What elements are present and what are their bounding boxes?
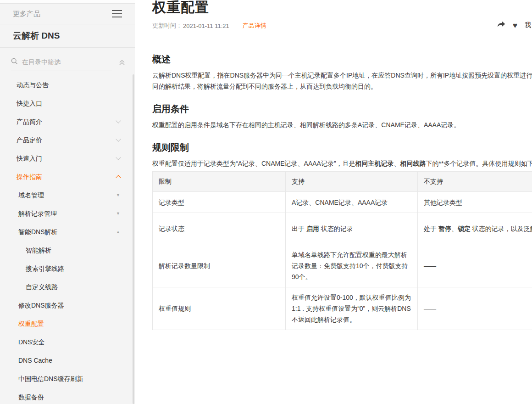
cell-limit: 解析记录数量限制 [153, 244, 286, 287]
sidebar-item-quick-start[interactable]: 快速入门 [0, 149, 135, 168]
sidebar-item-label: 数据备份 [18, 388, 44, 404]
triangle-down-icon: ▼ [116, 204, 120, 223]
sidebar-item-product-pricing[interactable]: 产品定价 [0, 131, 135, 149]
table-header-row: 限制 支持 不支持 [153, 172, 532, 192]
page-title: 权重配置 [152, 0, 532, 16]
text-segment: 锁定 [458, 225, 471, 232]
search-icon [11, 58, 18, 67]
cell-limit: 记录类型 [153, 192, 286, 213]
sidebar: 更多产品 云解析 DNS 在目录中筛选 动态与公告快捷入口产品简介产品定价快速入… [0, 0, 135, 404]
text-segment: 状态的记录 [319, 225, 353, 232]
sidebar-scrollbar[interactable] [133, 74, 134, 404]
meta-divider [236, 23, 236, 29]
sidebar-item-label: 产品简介 [17, 112, 42, 131]
sidebar-item-weight-config[interactable]: 权重配置 [0, 314, 135, 333]
article-meta: 更新时间： 2021-01-11 11:21 产品详情 ♥ 我 [152, 21, 532, 30]
more-products-link[interactable]: 更多产品 [13, 10, 40, 18]
cell-limit: 权重值规则 [153, 287, 286, 330]
sidebar-item-label: 中国电信DNS缓存刷新 [18, 370, 83, 388]
cell-unsupported: —— [418, 244, 532, 287]
chevron-down-icon [116, 155, 121, 160]
sidebar-item-label: 搜索引擎线路 [26, 259, 64, 278]
sidebar-item-user-guide[interactable]: 操作指南 [0, 168, 135, 186]
hamburger-menu-icon[interactable] [112, 10, 122, 17]
favorite-text[interactable]: 我 [525, 21, 531, 29]
sidebar-item-quick-entry[interactable]: 快捷入口 [0, 94, 135, 112]
cell-limit: 记录状态 [153, 213, 286, 244]
chevron-down-icon [116, 118, 121, 123]
rule-limits-paragraph: 权重配置仅适用于记录类型为“A记录、CNAME记录、AAAA记录”，且是相同主机… [152, 158, 532, 169]
sidebar-item-label: 操作指南 [17, 168, 42, 186]
column-header-supported: 支持 [286, 172, 418, 192]
text-segment: 下的**多个记录值。具体使用规则如下 [426, 160, 532, 167]
sidebar-item-dns-cache[interactable]: DNS Cache [0, 351, 135, 370]
sidebar-item-label: 权重配置 [18, 314, 44, 333]
sidebar-item-label: DNS安全 [18, 333, 45, 351]
chevron-up-icon [116, 175, 121, 180]
sidebar-item-search-engine-lines[interactable]: 搜索引擎线路 [0, 259, 135, 278]
rules-table: 限制 支持 不支持 记录类型A记录、CNAME记录、AAAA记录其他记录类型记录… [152, 171, 532, 330]
sidebar-item-custom-lines[interactable]: 自定义线路 [0, 278, 135, 296]
table-row: 记录状态出于 启用 状态的记录处于 暂停、锁定 状态的记录，以及泛解析记录 [153, 213, 532, 244]
text-segment: 相同线路 [400, 160, 426, 167]
text-segment: 其他记录类型 [424, 199, 462, 206]
triangle-down-icon: ▼ [116, 186, 120, 204]
rule-limits-heading: 规则限制 [152, 141, 532, 153]
favorite-heart-icon[interactable]: ♥ [513, 22, 517, 29]
enable-conditions-paragraph: 权重配置的启用条件是域名下存在相同的主机记录、相同解析线路的多条A记录、CNAM… [152, 119, 532, 130]
sidebar-search-row: 在目录中筛选 [0, 48, 135, 71]
text-segment: A记录、CNAME记录、AAAA记录 [292, 199, 388, 206]
sidebar-item-record-management[interactable]: 解析记录管理▼ [0, 204, 135, 223]
text-segment: 暂停 [438, 225, 451, 232]
sidebar-top-strip [0, 0, 135, 3]
sidebar-item-dns-security[interactable]: DNS安全 [0, 333, 135, 351]
cell-unsupported: 其他记录类型 [418, 192, 532, 213]
sidebar-item-label: 域名管理 [18, 186, 44, 204]
table-row: 解析记录数量限制单域名单线路下允许配置权重的最大解析记录数量：免费版支持10个，… [153, 244, 532, 287]
sidebar-item-label: 快捷入口 [17, 94, 42, 112]
overview-line-1: 云解析DNS权重配置，指在DNS服务器中为同一个主机记录配置多个IP地址，在应答… [152, 70, 532, 81]
sidebar-item-label: 自定义线路 [26, 278, 58, 296]
sidebar-item-domain-management[interactable]: 域名管理▼ [0, 186, 135, 204]
triangle-up-icon: ▲ [116, 223, 120, 241]
search-placeholder: 在目录中筛选 [22, 58, 61, 67]
sidebar-item-label: 智能DNS解析 [18, 223, 58, 241]
share-icon[interactable] [497, 21, 505, 29]
cell-supported: 单域名单线路下允许配置权重的最大解析记录数量：免费版支持10个，付费版支持90个… [286, 244, 418, 287]
text-segment: 相同主机记录 [355, 160, 394, 167]
overview-line-2: 同的解析结果，将解析流量分配到不同的服务器上，从而达到负载均衡的目的。 [152, 81, 532, 92]
text-segment: 处于 [424, 225, 438, 232]
overview-paragraph: 云解析DNS权重配置，指在DNS服务器中为同一个主机记录配置多个IP地址，在应答… [152, 70, 532, 92]
text-segment: 启用 [306, 225, 319, 232]
collapse-all-icon[interactable] [118, 59, 126, 71]
chevron-down-icon [116, 136, 121, 141]
cell-supported: 权重值允许设置0-100，默认权重值比例为1:1 . 支持权重值设置为“0”，则… [286, 287, 418, 330]
sidebar-item-product-intro[interactable]: 产品简介 [0, 112, 135, 131]
search-input[interactable]: 在目录中筛选 [11, 58, 112, 71]
text-segment: 单域名单线路下允许配置权重的最大解析记录数量：免费版支持10个，付费版支持90个… [292, 251, 408, 281]
sidebar-item-label: 产品定价 [17, 131, 42, 149]
cell-unsupported: —— [418, 287, 532, 330]
text-segment: 权重值允许设置0-100，默认权重值比例为1:1 . 支持权重值设置为“0”，则… [292, 294, 411, 323]
sidebar-nav: 动态与公告快捷入口产品简介产品定价快速入门操作指南域名管理▼解析记录管理▼智能D… [0, 76, 135, 404]
sidebar-item-label: DNS Cache [18, 351, 52, 370]
sidebar-item-china-telecom-dns-cache-refresh[interactable]: 中国电信DNS缓存刷新 [0, 370, 135, 388]
sidebar-item-smart-resolution[interactable]: 智能解析 [0, 241, 135, 259]
updated-label: 更新时间： [152, 22, 182, 30]
enable-conditions-heading: 启用条件 [152, 103, 532, 115]
sidebar-item-data-backup[interactable]: 数据备份 [0, 388, 135, 404]
product-detail-link[interactable]: 产品详情 [243, 22, 266, 30]
sidebar-item-smart-dns[interactable]: 智能DNS解析▲ [0, 223, 135, 241]
sidebar-item-modify-dns-server[interactable]: 修改DNS服务器 [0, 296, 135, 314]
cell-supported: 出于 启用 状态的记录 [286, 213, 418, 244]
updated-time: 2021-01-11 11:21 [183, 22, 229, 29]
sidebar-top-bar: 更多产品 [0, 3, 135, 24]
text-segment: 状态的记录，以及泛解析记录 [471, 225, 532, 232]
sidebar-item-dynamic-announcements[interactable]: 动态与公告 [0, 76, 135, 94]
text-segment: —— [424, 305, 436, 312]
text-segment: 出于 [292, 225, 306, 232]
sidebar-item-label: 修改DNS服务器 [18, 296, 64, 314]
sidebar-item-label: 动态与公告 [17, 76, 49, 94]
column-header-unsupported: 不支持 [418, 172, 532, 192]
table-row: 权重值规则权重值允许设置0-100，默认权重值比例为1:1 . 支持权重值设置为… [153, 287, 532, 330]
